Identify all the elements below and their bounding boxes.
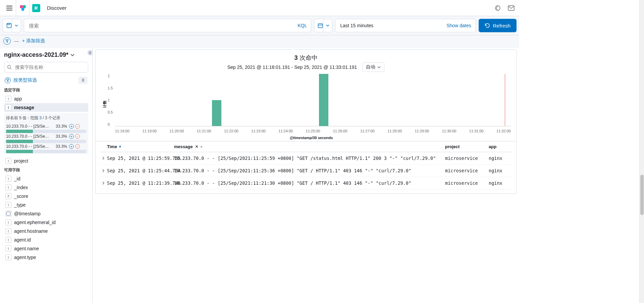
cell-message: 10.233.70.0 - - [25/Sep/2021:11:21:30 +0… (174, 180, 445, 186)
cell-app: nginx (489, 156, 512, 161)
top5-bar (6, 150, 86, 153)
field-type-icon (5, 211, 11, 217)
field-type-icon: t (5, 228, 11, 234)
date-range-value[interactable]: Last 15 minutes (335, 23, 442, 28)
top5-bar (6, 130, 86, 133)
show-dates-button[interactable]: Show dates (442, 23, 476, 28)
interval-select[interactable]: 自动 (362, 62, 384, 72)
column-message[interactable]: message ✕ » (174, 144, 445, 149)
date-quick-menu[interactable] (314, 19, 332, 32)
chevron-down-icon (15, 25, 18, 27)
saved-query-dropdown[interactable] (12, 19, 21, 32)
field-name: agent.ephemeral_id (14, 220, 56, 225)
available-field-agent.name[interactable]: tagent.name (4, 244, 88, 253)
cell-app: nginx (489, 168, 512, 173)
column-time[interactable]: Time ▼ (107, 144, 174, 149)
available-field-agent.hostname[interactable]: tagent.hostname (4, 227, 88, 235)
field-name: app (14, 96, 22, 101)
field-search (4, 62, 88, 73)
filter-options-button[interactable] (3, 37, 11, 45)
field-name: @timestamp (14, 211, 41, 216)
field-name: _index (14, 185, 28, 190)
svg-point-5 (8, 66, 11, 69)
filter-out-icon[interactable]: − (75, 144, 80, 149)
svg-point-0 (495, 6, 500, 10)
top5-pct: 33.3% (52, 144, 67, 149)
field-name: message (14, 105, 34, 110)
field-type-filter[interactable]: 按类型筛选 0 (4, 75, 88, 85)
date-quick-dropdown[interactable] (323, 19, 332, 32)
field-type-icon: t (5, 184, 11, 190)
timerange-text: Sep 25, 2021 @ 11:18:01.191 - Sep 25, 20… (227, 64, 357, 70)
field-type-filter-count: 0 (78, 77, 88, 84)
chart-bar[interactable] (212, 100, 221, 126)
top5-row: 10.233.70.0 - - [25/Sep/2... 33.3% +− (6, 123, 86, 130)
filter-for-icon[interactable]: + (69, 124, 74, 129)
move-column-icon[interactable]: » (201, 145, 203, 148)
top5-value: 10.233.70.0 - - [25/Sep/2... (6, 134, 50, 139)
filter-for-icon[interactable]: + (69, 134, 74, 139)
field-search-input[interactable] (14, 64, 85, 70)
kql-toggle[interactable]: KQL (298, 23, 307, 28)
available-fields-label: 可用字段 (4, 167, 88, 173)
collapse-sidebar-button[interactable] (88, 50, 93, 55)
selected-field-app[interactable]: tapp (4, 94, 88, 103)
filter-icon (5, 39, 9, 43)
nav-toggle-button[interactable] (3, 0, 16, 16)
available-field-_type[interactable]: t_type (4, 201, 88, 209)
app-badge[interactable]: 默 (32, 4, 40, 12)
index-pattern-name: nginx-access-2021.09* (4, 51, 68, 58)
remove-column-icon[interactable]: ✕ (195, 144, 199, 149)
top5-row: 10.233.70.0 - - [25/Sep/2... 33.3% +− (6, 143, 86, 150)
selected-field-message[interactable]: tmessage (4, 103, 88, 112)
field-type-icon: t (5, 219, 11, 225)
add-filter-button[interactable]: + 添加筛选 (22, 38, 45, 44)
histogram-chart[interactable]: 计数 21.510.50 11:18:0011:19:0011:20:0011:… (110, 74, 511, 134)
save-icon (6, 23, 12, 28)
available-field-_id[interactable]: t_id (4, 174, 88, 183)
refresh-button[interactable]: Refresh (479, 19, 517, 32)
selected-field-project[interactable]: tproject (4, 157, 88, 165)
table-header: Time ▼ message ✕ » project app (100, 141, 512, 152)
expand-row-button[interactable] (100, 180, 107, 186)
field-name: agent.type (14, 255, 36, 260)
mail-button[interactable] (506, 3, 517, 13)
filter-icon (6, 79, 9, 82)
column-project[interactable]: project (445, 144, 489, 149)
top5-pct: 33.3% (52, 124, 67, 129)
calendar-icon (318, 23, 323, 28)
available-field-_score[interactable]: #_score (4, 192, 88, 201)
index-pattern-select[interactable]: nginx-access-2021.09* (4, 51, 88, 58)
breadcrumb[interactable]: Discover (47, 5, 66, 11)
field-type-icon: t (5, 104, 11, 111)
newsfeed-button[interactable] (492, 3, 503, 13)
search-input[interactable] (28, 23, 295, 29)
histogram-panel: 3 次命中 Sep 25, 2021 @ 11:18:01.191 - Sep … (95, 49, 517, 141)
filter-out-icon[interactable]: − (75, 124, 80, 129)
field-name: agent.id (14, 237, 31, 243)
search-icon (7, 65, 12, 70)
filter-for-icon[interactable]: + (69, 144, 74, 149)
available-field-_index[interactable]: t_index (4, 183, 88, 192)
expand-row-button[interactable] (100, 156, 107, 161)
chart-bar[interactable] (319, 74, 328, 126)
filter-out-icon[interactable]: − (75, 134, 80, 139)
hits-count: 3 次命中 (100, 54, 512, 62)
field-name: _score (14, 193, 28, 199)
expand-row-button[interactable] (100, 168, 107, 173)
svg-rect-1 (508, 6, 514, 10)
available-field-agent.ephemeral_id[interactable]: tagent.ephemeral_id (4, 218, 88, 227)
home-button[interactable] (16, 0, 30, 16)
documents-panel: Time ▼ message ✕ » project app Sep 25, 2… (95, 141, 517, 194)
selected-fields-label: 选定字段 (4, 87, 88, 93)
available-field-agent.type[interactable]: tagent.type (4, 253, 88, 262)
chevron-left-icon (89, 51, 92, 54)
available-field-agent.id[interactable]: tagent.id (4, 235, 88, 244)
field-type-icon: # (5, 193, 11, 199)
available-field-@timestamp[interactable]: @timestamp (4, 209, 88, 218)
svg-rect-4 (318, 24, 323, 28)
saved-query-menu[interactable] (3, 19, 21, 32)
field-type-icon: t (5, 202, 11, 208)
column-app[interactable]: app (489, 144, 512, 149)
top5-row: 10.233.70.0 - - [25/Sep/2... 33.3% +− (6, 133, 86, 140)
